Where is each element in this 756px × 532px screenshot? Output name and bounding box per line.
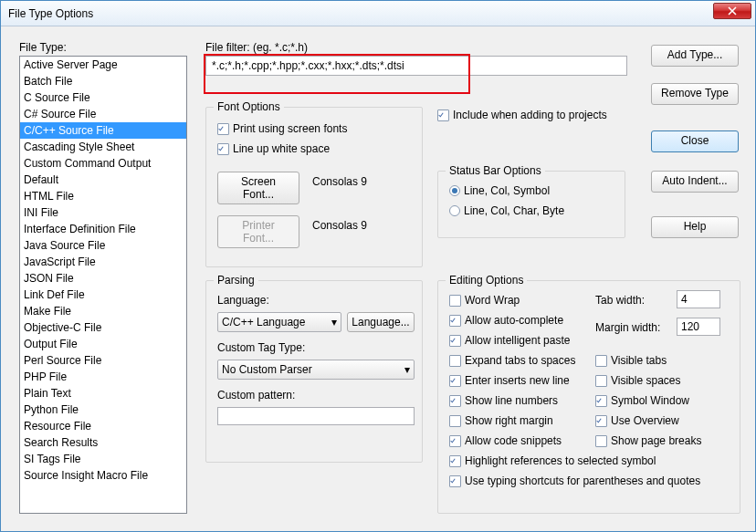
checkbox-icon	[595, 395, 607, 407]
language-select[interactable]: C/C++ Language ▾	[217, 312, 341, 332]
add-type-button[interactable]: Add Type...	[651, 45, 739, 67]
checkbox-icon	[449, 435, 461, 447]
list-item[interactable]: C Source File	[20, 89, 186, 106]
screen-font-value: Consolas 9	[312, 175, 367, 188]
tab-width-label: Tab width:	[595, 294, 645, 307]
help-button[interactable]: Help	[651, 216, 739, 238]
list-item[interactable]: Link Def File	[20, 287, 186, 303]
chevron-down-icon: ▾	[404, 363, 410, 376]
page-breaks-checkbox[interactable]: Show page breaks	[595, 434, 701, 447]
word-wrap-checkbox[interactable]: Word Wrap	[449, 294, 520, 307]
auto-complete-checkbox[interactable]: Allow auto-complete	[449, 314, 563, 327]
checkbox-icon	[449, 315, 461, 327]
visible-spaces-checkbox[interactable]: Visible spaces	[595, 374, 681, 387]
status-opt1-radio[interactable]: Line, Col, Symbol	[449, 184, 550, 197]
use-overview-label: Use Overview	[611, 414, 679, 427]
line-numbers-checkbox[interactable]: Show line numbers	[449, 394, 558, 407]
checkbox-icon	[595, 435, 607, 447]
enter-newline-checkbox[interactable]: Enter inserts new line	[449, 374, 570, 387]
list-item[interactable]: Resource File	[20, 418, 186, 434]
expand-tabs-checkbox[interactable]: Expand tabs to spaces	[449, 354, 575, 367]
list-item[interactable]: Active Server Page	[20, 57, 186, 73]
status-opt1-label: Line, Col, Symbol	[464, 184, 550, 197]
intelligent-paste-label: Allow intelligent paste	[465, 334, 570, 347]
list-item[interactable]: Cascading Style Sheet	[20, 139, 186, 155]
word-wrap-label: Word Wrap	[465, 294, 520, 307]
checkbox-icon	[449, 455, 461, 467]
list-item[interactable]: Make File	[20, 303, 186, 319]
list-item[interactable]: Custom Command Output	[20, 155, 186, 172]
list-item[interactable]: Interface Definition File	[20, 221, 186, 237]
visible-spaces-label: Visible spaces	[611, 374, 681, 387]
checkbox-icon	[437, 110, 449, 121]
list-item[interactable]: PHP File	[20, 369, 186, 385]
list-item[interactable]: C/C++ Source File	[20, 122, 186, 139]
editing-options-legend: Editing Options	[446, 274, 527, 287]
dialog-window: File Type Options File Type: Active Serv…	[0, 0, 756, 532]
highlight-refs-checkbox[interactable]: Highlight references to selected symbol	[449, 454, 656, 467]
margin-width-input[interactable]	[677, 318, 720, 336]
file-filter-input[interactable]	[205, 56, 627, 76]
lineup-whitespace-label: Line up white space	[233, 142, 330, 155]
typing-shortcuts-label: Use typing shortcuts for parentheses and…	[465, 475, 700, 487]
file-type-label: File Type:	[19, 41, 67, 54]
list-item[interactable]: INI File	[20, 204, 186, 221]
use-overview-checkbox[interactable]: Use Overview	[595, 414, 679, 427]
checkbox-icon	[449, 335, 461, 347]
visible-tabs-label: Visible tabs	[611, 354, 667, 367]
checkbox-icon	[449, 355, 461, 367]
intelligent-paste-checkbox[interactable]: Allow intelligent paste	[449, 334, 570, 347]
list-item[interactable]: Perl Source File	[20, 352, 186, 369]
right-margin-checkbox[interactable]: Show right margin	[449, 414, 553, 427]
close-button[interactable]: Close	[651, 130, 739, 152]
list-item[interactable]: Default	[20, 172, 186, 188]
include-projects-label: Include when adding to projects	[453, 109, 607, 121]
checkbox-icon	[449, 375, 461, 387]
list-item[interactable]: C# Source File	[20, 106, 186, 122]
radio-icon	[449, 185, 460, 196]
tab-width-input[interactable]	[677, 290, 720, 308]
symbol-window-checkbox[interactable]: Symbol Window	[595, 394, 689, 407]
include-projects-checkbox[interactable]: Include when adding to projects	[437, 109, 607, 121]
list-item[interactable]: Objective-C File	[20, 319, 186, 336]
editing-options-group: Editing Options Word Wrap Allow auto-com…	[437, 280, 740, 514]
page-breaks-label: Show page breaks	[611, 434, 701, 447]
file-filter-label: File filter: (eg. *.c;*.h)	[205, 41, 308, 54]
highlight-refs-label: Highlight references to selected symbol	[465, 454, 656, 467]
screen-font-button[interactable]: Screen Font...	[217, 172, 299, 204]
auto-indent-button[interactable]: Auto Indent...	[651, 171, 739, 193]
visible-tabs-checkbox[interactable]: Visible tabs	[595, 354, 667, 367]
print-screen-fonts-checkbox[interactable]: Print using screen fonts	[217, 122, 347, 135]
list-item[interactable]: JavaScript File	[20, 254, 186, 270]
status-bar-group: Status Bar Options Line, Col, Symbol Lin…	[437, 171, 625, 238]
right-margin-label: Show right margin	[465, 414, 553, 427]
language-button[interactable]: Language...	[347, 312, 415, 332]
list-item[interactable]: Source Insight Macro File	[20, 467, 186, 484]
list-item[interactable]: HTML File	[20, 188, 186, 204]
code-snippets-checkbox[interactable]: Allow code snippets	[449, 434, 562, 447]
list-item[interactable]: Search Results	[20, 434, 186, 451]
status-opt2-radio[interactable]: Line, Col, Char, Byte	[449, 204, 564, 217]
custom-tag-select[interactable]: No Custom Parser ▾	[217, 360, 415, 380]
custom-pattern-input[interactable]	[217, 407, 415, 425]
remove-type-button[interactable]: Remove Type	[651, 83, 739, 105]
lineup-whitespace-checkbox[interactable]: Line up white space	[217, 142, 330, 155]
list-item[interactable]: Java Source File	[20, 237, 186, 254]
custom-tag-label: Custom Tag Type:	[217, 341, 305, 354]
window-close-button[interactable]	[713, 3, 751, 19]
language-label: Language:	[217, 294, 269, 307]
typing-shortcuts-checkbox[interactable]: Use typing shortcuts for parentheses and…	[449, 475, 700, 487]
list-item[interactable]: Python File	[20, 402, 186, 418]
checkbox-icon	[449, 475, 461, 487]
file-type-listbox[interactable]: Active Server PageBatch FileC Source Fil…	[19, 56, 187, 514]
checkbox-icon	[217, 123, 229, 135]
list-item[interactable]: Batch File	[20, 73, 186, 89]
font-options-legend: Font Options	[214, 100, 284, 113]
checkbox-icon	[595, 355, 607, 367]
list-item[interactable]: JSON File	[20, 270, 186, 287]
language-value: C/C++ Language	[222, 316, 305, 329]
close-icon	[727, 6, 738, 16]
list-item[interactable]: SI Tags File	[20, 451, 186, 467]
list-item[interactable]: Output File	[20, 336, 186, 352]
list-item[interactable]: Plain Text	[20, 385, 186, 402]
